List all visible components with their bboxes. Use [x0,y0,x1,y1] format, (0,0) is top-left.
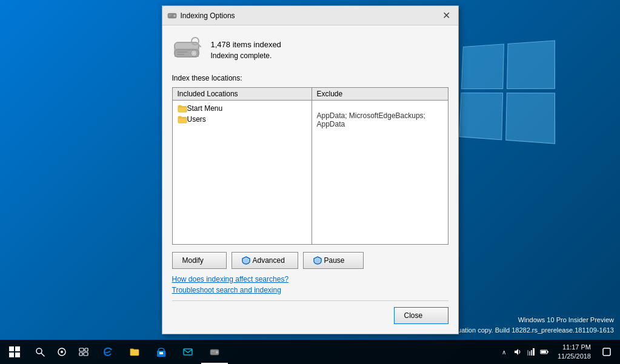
troubleshoot-link[interactable]: Troubleshoot search and indexing [172,286,448,294]
location-item-users: Users [175,114,309,125]
mail-app[interactable] [175,340,201,364]
edge-icon [102,346,113,357]
power-icon[interactable] [538,346,550,358]
svg-rect-41 [541,351,546,353]
start-icon [9,346,20,357]
svg-rect-14 [178,107,187,112]
start-menu-label: Start Menu [187,104,223,113]
tray-expand-button[interactable]: ∧ [499,346,509,358]
svg-marker-34 [515,349,518,355]
indexing-icon [209,346,220,357]
clock-date: 11/25/2018 [558,352,591,361]
svg-rect-37 [531,350,532,356]
svg-point-23 [61,351,63,353]
button-row: Modify Advanced Pause [172,252,448,269]
indexing-status-label: Indexing complete. [211,51,281,60]
svg-rect-35 [527,350,528,356]
edge-app[interactable] [95,340,121,364]
how-indexing-affects-link[interactable]: How does indexing affect searches? [172,275,448,283]
svg-rect-29 [159,352,163,354]
dialog-title-text: Indexing Options [181,12,440,20]
locations-table: Included Locations Exclude Start Me [172,87,448,245]
cortana-button[interactable] [51,340,73,364]
dialog-content: 1,478 items indexed Indexing complete. I… [162,25,458,334]
pause-label: Pause [324,256,345,265]
notification-icon [602,347,612,357]
header-hdd-icon [172,35,201,64]
taskbar-tray: ∧ [499,340,620,364]
dialog-header: 1,478 items indexed Indexing complete. [172,35,448,64]
svg-rect-38 [533,348,535,356]
pause-shield-icon [313,256,322,265]
td-included-locations: Start Menu Users [173,101,312,244]
folder-icon-start-menu [178,104,187,113]
close-button[interactable]: ✕ [440,9,453,22]
links-area: How does indexing affect searches? Troub… [172,275,448,294]
file-explorer-app[interactable] [121,340,148,364]
volume-icon[interactable] [512,346,524,358]
power-svg [540,348,548,356]
svg-point-32 [216,351,218,354]
close-main-button[interactable]: Close [394,307,448,324]
network-svg [527,348,535,356]
svg-point-1 [173,15,176,17]
svg-line-21 [41,353,44,356]
network-icon[interactable] [525,346,537,358]
indexing-app[interactable] [201,340,228,364]
col-exclude-header: Exclude [312,88,448,100]
taskbar-apps [95,340,499,364]
dialog-overlay: Indexing Options ✕ [0,0,620,340]
index-locations-label: Index these locations: [172,74,448,82]
folder-icon-users [178,115,187,124]
indexing-options-dialog: Indexing Options ✕ [162,5,459,334]
exclude-start-menu [317,103,443,111]
svg-rect-2 [168,15,172,15]
cortana-icon [57,347,67,357]
col-included-header: Included Locations [173,88,312,100]
advanced-button[interactable]: Advanced [232,252,298,269]
svg-rect-16 [9,346,14,351]
svg-rect-15 [178,118,187,123]
hdd-small-icon [167,11,177,21]
dialog-title-icon [167,11,177,21]
svg-rect-17 [15,346,20,351]
tray-icons [512,346,550,358]
svg-rect-25 [85,348,88,351]
svg-point-9 [193,52,195,55]
svg-rect-26 [79,352,82,356]
taskbar: ∧ [0,340,620,364]
pause-button[interactable]: Pause [303,252,364,269]
store-icon [156,346,167,357]
task-view-button[interactable] [73,340,95,364]
mail-icon [182,346,193,357]
advanced-label: Advanced [253,256,285,265]
exclude-users: AppData; MicrosoftEdgeBackups; AppData [317,111,443,128]
clock-time: 11:17 PM [558,343,591,352]
svg-rect-30 [184,349,192,355]
volume-svg [513,348,522,356]
svg-rect-24 [79,348,84,351]
taskbar-clock[interactable]: 11:17 PM 11/25/2018 [553,343,596,362]
items-indexed-label: 1,478 items indexed [211,40,281,49]
table-header: Included Locations Exclude [173,88,448,101]
svg-rect-19 [15,352,20,357]
td-exclude-values: AppData; MicrosoftEdgeBackups; AppData [312,101,448,244]
header-status-text: 1,478 items indexed Indexing complete. [211,40,281,60]
svg-rect-27 [84,352,88,356]
svg-rect-11 [177,54,184,55]
table-body: Start Menu Users [173,101,448,244]
svg-rect-36 [529,351,530,356]
svg-rect-18 [9,352,14,357]
store-app[interactable] [148,340,175,364]
start-button[interactable] [0,340,29,364]
shield-icon [242,256,250,265]
taskbar-search-button[interactable] [29,340,51,364]
file-explorer-icon [129,346,140,357]
task-view-icon [79,347,88,357]
close-row: Close [172,300,448,324]
svg-rect-10 [177,51,188,53]
notification-center-button[interactable] [598,340,615,364]
svg-rect-40 [547,351,548,352]
svg-rect-3 [168,16,171,16]
modify-button[interactable]: Modify [172,252,227,269]
